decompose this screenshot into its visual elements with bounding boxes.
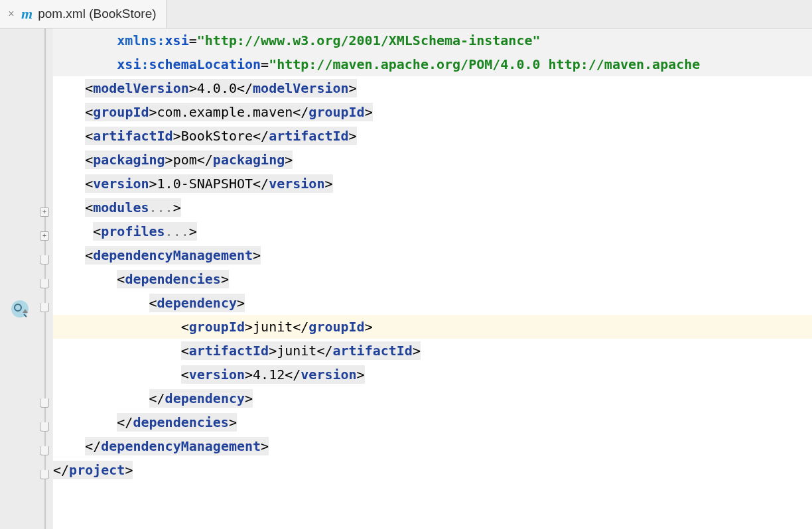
fold-collapse-icon[interactable] bbox=[40, 422, 49, 432]
code-line[interactable]: <dependencies> bbox=[53, 267, 812, 291]
code-line-current[interactable]: <groupId>junit</groupId> bbox=[53, 315, 812, 339]
code-line[interactable]: <dependencyManagement> bbox=[53, 243, 812, 267]
breakpoint-strip[interactable] bbox=[0, 29, 7, 529]
code-line[interactable]: xmlns:xsi="http://www.w3.org/2001/XMLSch… bbox=[53, 29, 812, 52]
code-line[interactable]: <packaging>pom</packaging> bbox=[53, 148, 812, 172]
code-line[interactable]: </dependency> bbox=[53, 386, 812, 410]
fold-collapse-icon[interactable] bbox=[40, 446, 49, 455]
fold-collapse-icon[interactable] bbox=[40, 279, 49, 288]
code-editor[interactable]: xmlns:xsi="http://www.w3.org/2001/XMLSch… bbox=[53, 29, 812, 529]
fold-expand-icon[interactable]: + bbox=[40, 207, 49, 217]
run-gutter-icon[interactable] bbox=[11, 300, 29, 318]
editor-area: + + xmlns:xsi="http://www.w3.org/2001/XM… bbox=[0, 29, 812, 529]
code-line[interactable]: <artifactId>BookStore</artifactId> bbox=[53, 124, 812, 148]
tab-pom-xml[interactable]: × m pom.xml (BookStore) bbox=[0, 0, 167, 28]
fold-strip[interactable]: + + bbox=[37, 29, 53, 529]
code-line[interactable]: <version>1.0-SNAPSHOT</version> bbox=[53, 172, 812, 196]
code-line[interactable]: <profiles...> bbox=[53, 219, 812, 243]
code-line[interactable]: </dependencies> bbox=[53, 410, 812, 434]
code-line[interactable]: </project> bbox=[53, 458, 812, 482]
code-line[interactable]: <groupId>com.example.maven</groupId> bbox=[53, 100, 812, 124]
fold-expand-icon[interactable]: + bbox=[40, 231, 49, 241]
code-line[interactable]: <modules...> bbox=[53, 196, 812, 219]
tab-bar: × m pom.xml (BookStore) bbox=[0, 0, 812, 29]
code-line[interactable]: <artifactId>junit</artifactId> bbox=[53, 339, 812, 363]
maven-file-icon: m bbox=[20, 5, 34, 23]
tab-label: pom.xml (BookStore) bbox=[38, 7, 156, 21]
fold-collapse-icon[interactable] bbox=[40, 398, 49, 408]
gutter[interactable] bbox=[7, 29, 37, 529]
code-line[interactable]: <dependency> bbox=[53, 291, 812, 315]
close-icon[interactable]: × bbox=[7, 8, 16, 20]
fold-collapse-icon[interactable] bbox=[40, 303, 49, 312]
code-line[interactable]: xsi:schemaLocation="http://maven.apache.… bbox=[53, 52, 812, 76]
fold-collapse-icon[interactable] bbox=[40, 255, 49, 264]
fold-collapse-icon[interactable] bbox=[40, 470, 49, 479]
svg-point-0 bbox=[11, 300, 29, 318]
code-line[interactable]: </dependencyManagement> bbox=[53, 434, 812, 458]
code-line[interactable]: <version>4.12</version> bbox=[53, 363, 812, 386]
code-line[interactable]: <modelVersion>4.0.0</modelVersion> bbox=[53, 76, 812, 100]
